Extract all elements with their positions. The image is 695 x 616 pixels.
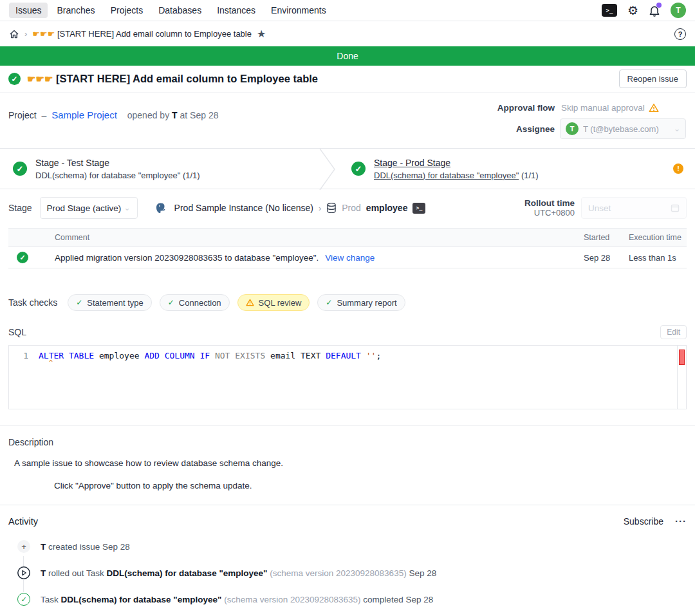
stage-divider-chevron — [319, 149, 336, 190]
reopen-issue-button[interactable]: Reopen issue — [619, 70, 687, 88]
rollout-timezone: UTC+0800 — [524, 208, 575, 218]
nav-tab-databases[interactable]: Databases — [152, 3, 208, 18]
approval-flow-label: Approval flow — [497, 103, 555, 113]
more-options-icon[interactable]: ··· — [675, 516, 687, 527]
task-name: DDL(schema) for database "employee" — [107, 568, 268, 578]
sql-code: ALTER TABLE employee ADD COLUMN IF NOT E… — [39, 351, 381, 360]
nav-tab-issues[interactable]: Issues — [9, 3, 48, 18]
activity-label: Activity — [8, 516, 38, 527]
project-label: Project — [8, 110, 37, 120]
table-header: Comment Started Execution time — [8, 228, 687, 247]
stage-subtitle: DDL(schema) for database "employee" (1/1… — [374, 171, 539, 180]
sql-edit-button[interactable]: Edit — [660, 325, 687, 339]
nav-tab-environments[interactable]: Environments — [264, 3, 333, 18]
activity-section: Activity Subscribe ··· + T created issue… — [0, 505, 695, 606]
warning-triangle-icon — [649, 103, 659, 113]
opener-name: T — [172, 110, 178, 120]
stage-title: Stage - Prod Stage — [374, 158, 539, 168]
opened-by: opened by T at Sep 28 — [127, 110, 219, 120]
issue-meta: Project – Sample Project opened by T at … — [0, 93, 695, 148]
meta-right-panel: Approval flow Skip manual approval Assig… — [497, 103, 686, 139]
stage-detail-row: Stage Prod Stage (active) ⌄ Prod Sample … — [0, 189, 695, 227]
error-marker — [679, 350, 685, 365]
chevron-down-icon: ⌄ — [674, 124, 680, 133]
notification-dot — [656, 3, 662, 8]
check-summary-report[interactable]: ✓ Summary report — [317, 294, 405, 311]
stage-subtitle: DDL(schema) for database "employee" (1/1… — [35, 171, 200, 180]
stage-select-label: Stage — [8, 203, 32, 213]
sql-editor-icon[interactable]: >_ — [602, 4, 617, 17]
top-nav: Issues Branches Projects Databases Insta… — [0, 0, 695, 21]
issue-done-icon: ✓ — [8, 73, 21, 85]
col-execution-time: Execution time — [625, 233, 687, 242]
nav-tab-projects[interactable]: Projects — [104, 3, 150, 18]
project-line: Project – Sample Project opened by T at … — [8, 103, 218, 139]
check-warning-icon — [246, 299, 254, 306]
user-avatar[interactable]: T — [671, 3, 686, 18]
stage-prod[interactable]: ✓ Stage - Prod Stage DDL(schema) for dat… — [336, 149, 695, 189]
col-comment: Comment — [37, 233, 584, 242]
notification-bell-icon[interactable] — [649, 5, 660, 17]
check-connection[interactable]: ✓ Connection — [160, 294, 230, 311]
check-statement-type[interactable]: ✓ Statement type — [68, 294, 152, 311]
task-success-icon: ✓ — [17, 252, 28, 263]
task-comment: Applied migration version 20230928083635… — [37, 253, 584, 263]
created-icon: + — [17, 540, 30, 553]
chevron-down-icon: ⌄ — [124, 203, 131, 212]
task-run-table: Comment Started Execution time ✓ Applied… — [8, 228, 687, 268]
stage-test[interactable]: ✓ Stage - Test Stage DDL(schema) for dat… — [0, 149, 319, 189]
check-success-icon: ✓ — [76, 298, 82, 307]
pointing-emoji: ☛☛☛ — [27, 73, 53, 84]
star-icon[interactable]: ★ — [257, 29, 266, 39]
sql-section-header: SQL Edit — [0, 325, 695, 339]
editor-scrollbar[interactable] — [677, 346, 686, 409]
check-success-icon: ✓ — [168, 298, 174, 307]
completed-check-icon: ✓ — [17, 593, 30, 606]
sql-code-line: 1 ALTER TABLE employee ADD COLUMN IF NOT… — [9, 346, 686, 360]
subscribe-button[interactable]: Subscribe — [624, 516, 663, 527]
check-sql-review[interactable]: SQL review — [237, 294, 310, 311]
stage-select[interactable]: Prod Stage (active) ⌄ — [40, 197, 138, 219]
task-execution-time: Less than 1s — [625, 253, 687, 263]
open-in-sql-editor-icon[interactable]: >_ — [412, 203, 425, 214]
task-checks: Task checks ✓ Statement type ✓ Connectio… — [0, 294, 695, 311]
stage-select-value: Prod Stage (active) — [47, 203, 122, 213]
activity-item: T rolled out Task DDL(schema) for databa… — [8, 566, 687, 580]
breadcrumb-separator: › — [24, 29, 27, 39]
chevron-right-icon: › — [319, 203, 321, 213]
breadcrumb: › ☛☛☛ [START HERE] Add email column to E… — [0, 21, 695, 46]
home-icon[interactable] — [9, 29, 19, 39]
assignee-select[interactable]: T T (t@bytebase.com) ⌄ — [560, 118, 686, 139]
breadcrumb-title: ☛☛☛ [START HERE] Add email column to Emp… — [32, 29, 252, 39]
actor-name: T — [41, 568, 46, 578]
help-icon[interactable]: ? — [674, 28, 686, 40]
db-name[interactable]: employee — [366, 203, 408, 213]
issue-title: ☛☛☛ [START HERE] Add email column to Emp… — [27, 73, 318, 85]
stage-title: Stage - Test Stage — [35, 158, 200, 168]
nav-tab-instances[interactable]: Instances — [210, 3, 262, 18]
sql-label: SQL — [8, 327, 26, 337]
rollout-time-input[interactable]: Unset — [581, 197, 687, 219]
view-change-link[interactable]: View change — [325, 253, 375, 263]
rollout-time: Rollout time UTC+0800 Unset — [524, 197, 687, 219]
instance-name[interactable]: Prod Sample Instance (No license) — [174, 203, 313, 213]
assignee-value: T (t@bytebase.com) — [583, 124, 659, 134]
project-link[interactable]: Sample Project — [51, 109, 117, 120]
table-row[interactable]: ✓ Applied migration version 202309280836… — [8, 247, 687, 268]
task-name: DDL(schema) for database "employee" — [61, 595, 222, 604]
gear-icon[interactable]: ⚙ — [627, 5, 638, 17]
rollout-time-value: Unset — [588, 203, 611, 213]
sql-warning-caret: ^ — [49, 360, 686, 366]
nav-tab-branches[interactable]: Branches — [50, 3, 101, 18]
activity-item: ✓ Task DDL(schema) for database "employe… — [8, 592, 687, 606]
col-started: Started — [584, 233, 625, 242]
stage-warning-badge[interactable]: ! — [673, 163, 683, 174]
db-environment: Prod — [342, 203, 361, 213]
pointing-emoji: ☛☛☛ — [32, 29, 55, 39]
nav-actions: >_ ⚙ T — [602, 3, 686, 18]
sql-editor[interactable]: 1 ALTER TABLE employee ADD COLUMN IF NOT… — [8, 345, 687, 409]
rollout-time-label: Rollout time — [524, 198, 575, 208]
description-line: Click "Approve" button to apply the sche… — [54, 481, 687, 490]
task-checks-label: Task checks — [8, 297, 57, 308]
rollout-play-icon — [17, 566, 31, 580]
